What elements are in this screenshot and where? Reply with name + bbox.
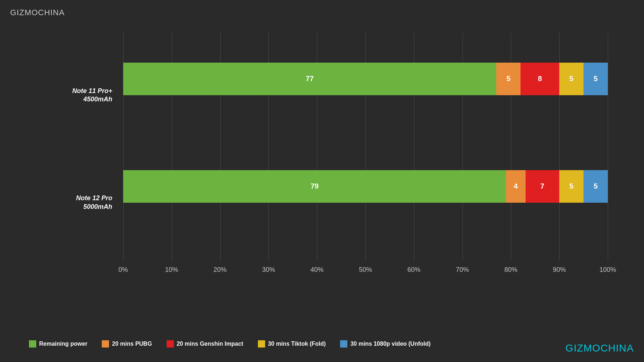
bar-segment: 8 — [520, 63, 559, 95]
chart-area: 775855 794755 0%10%20%30%40%50%60%70%80%… — [123, 33, 608, 282]
x-axis-label: 100% — [599, 266, 616, 274]
legend-label: 20 mins Genshin Impact — [177, 341, 243, 347]
legend-color-box — [102, 340, 109, 348]
logo-bottom-light: CHINA — [601, 342, 634, 354]
legend-item: 30 mins Tiktok (Fold) — [258, 340, 326, 348]
legend-item: 20 mins PUBG — [102, 340, 152, 348]
bar-segment: 5 — [559, 63, 584, 95]
legend-color-box — [340, 340, 347, 348]
legend-color-box — [29, 340, 36, 348]
x-axis-label: 10% — [165, 266, 178, 274]
x-axis-label: 0% — [118, 266, 128, 274]
logo-top: GIZMOCHINA — [10, 8, 65, 17]
legend-item: 30 mins 1080p video (Unfold) — [340, 340, 430, 348]
legend-label: Remaining power — [39, 341, 87, 347]
bar-segment: 77 — [123, 63, 496, 95]
x-axis-label: 40% — [310, 266, 323, 274]
logo-top-light: CHINA — [38, 8, 64, 17]
x-axis-label: 80% — [504, 266, 517, 274]
legend-color-box — [167, 340, 174, 348]
legend-item: Remaining power — [29, 340, 87, 348]
legend-label: 20 mins PUBG — [112, 341, 152, 347]
x-axis-label: 30% — [262, 266, 275, 274]
logo-bottom-bold: GIZMO — [565, 342, 601, 354]
bar-segment: 5 — [559, 170, 584, 203]
y-label-bar1: Note 11 Pro+4500mAh — [72, 87, 112, 104]
bar-segment: 4 — [506, 170, 526, 203]
legend-label: 30 mins Tiktok (Fold) — [268, 341, 326, 347]
x-axis-label: 20% — [214, 266, 227, 274]
x-axis-label: 50% — [359, 266, 372, 274]
legend-item: 20 mins Genshin Impact — [167, 340, 243, 348]
legend-color-box — [258, 340, 265, 348]
logo-top-bold: GIZMO — [10, 8, 38, 17]
x-axis: 0%10%20%30%40%50%60%70%80%90%100% — [123, 261, 608, 282]
bar-segment: 5 — [584, 63, 608, 95]
x-axis-label: 90% — [553, 266, 566, 274]
x-axis-label: 60% — [407, 266, 421, 274]
grid-line — [608, 33, 608, 261]
legend: Remaining power20 mins PUBG20 mins Gensh… — [29, 340, 615, 348]
chart-container: Note 11 Pro+4500mAh Note 12 Pro5000mAh 7… — [29, 33, 615, 304]
logo-bottom: GIZMOCHINA — [565, 342, 634, 354]
y-label-bar2: Note 12 Pro5000mAh — [76, 194, 112, 211]
bar-segment: 79 — [123, 170, 506, 203]
y-labels: Note 11 Pro+4500mAh Note 12 Pro5000mAh — [29, 33, 123, 282]
bar-segment: 7 — [526, 170, 560, 203]
legend-label: 30 mins 1080p video (Unfold) — [350, 341, 430, 347]
bar-segment: 5 — [496, 63, 520, 95]
bar-segment: 5 — [584, 170, 608, 203]
bar-row-1: 775855 — [123, 63, 608, 95]
x-axis-label: 70% — [456, 266, 469, 274]
bar-row-2: 794755 — [123, 170, 608, 203]
